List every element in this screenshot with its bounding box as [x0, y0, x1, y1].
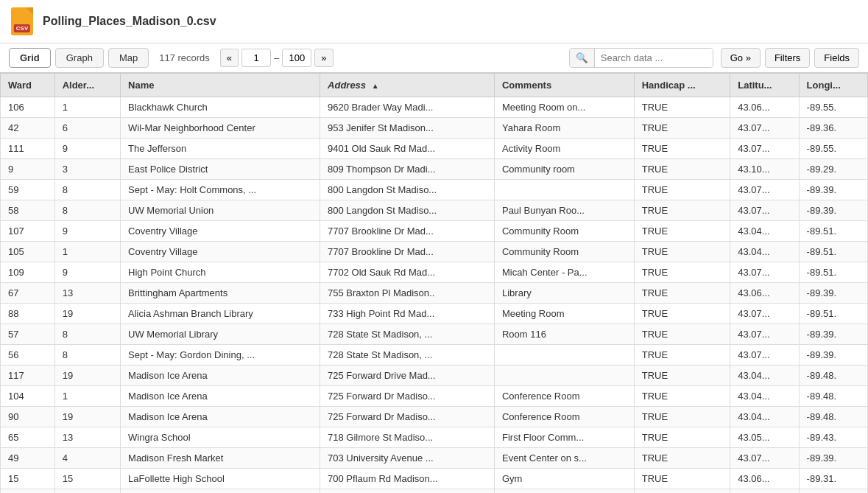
cell-address: 725 Forward Drive Mad... [320, 366, 495, 386]
cell-name: Madison Ice Arena [121, 386, 320, 407]
cell-name: LaFollette High School [121, 489, 320, 494]
cell-alder: 19 [54, 304, 120, 324]
table-row[interactable]: 578UW Memorial Library728 State St Madis… [1, 324, 868, 345]
cell-handicap: TRUE [634, 97, 730, 118]
table-row[interactable]: 1099High Point Church7702 Old Sauk Rd Ma… [1, 262, 868, 283]
fields-button[interactable]: Fields [814, 48, 859, 68]
cell-longitude: -89.55. [799, 139, 867, 159]
col-latitude[interactable]: Latitu... [730, 74, 799, 97]
page-size-input[interactable] [282, 49, 311, 67]
cell-comments: First Floor Comm... [494, 427, 634, 448]
cell-address: 800 Langdon St Madiso... [320, 200, 495, 221]
cell-name: LaFollette High School [121, 469, 320, 489]
cell-longitude: -89.39. [799, 345, 867, 366]
table-row[interactable]: 568Sept - May: Gordon Dining, ...728 Sta… [1, 345, 868, 366]
cell-comments: Community Room [494, 221, 634, 242]
cell-ward: 65 [1, 427, 55, 448]
record-count: 117 records [159, 52, 210, 63]
cell-handicap: TRUE [634, 262, 730, 283]
cell-handicap: TRUE [634, 283, 730, 304]
cell-alder: 19 [54, 407, 120, 427]
cell-latitude: 43.04... [730, 221, 799, 242]
data-table: Ward Alder... Name Address ▲ Comments Ha… [0, 73, 868, 493]
table-row[interactable]: 9019Madison Ice Arena725 Forward Dr Madi… [1, 407, 868, 427]
cell-name: East Police District [121, 159, 320, 180]
cell-handicap: TRUE [634, 366, 730, 386]
cell-latitude: 43.07... [730, 262, 799, 283]
next-page-button[interactable]: » [314, 49, 333, 67]
table-row[interactable]: 494Madison Fresh Market703 University Av… [1, 448, 868, 469]
col-comments[interactable]: Comments [494, 74, 634, 97]
cell-latitude: 43.07... [730, 200, 799, 221]
prev-page-button[interactable]: « [220, 49, 239, 67]
tab-graph[interactable]: Graph [55, 48, 104, 68]
cell-comments: Meeting Room on... [494, 97, 634, 118]
cell-address: 700 Pflaum Rd Madison... [320, 469, 495, 489]
table-row[interactable]: 426Wil-Mar Neighborhood Center953 Jenife… [1, 118, 868, 139]
filters-button[interactable]: Filters [765, 48, 810, 68]
go-button[interactable]: Go » [721, 48, 761, 68]
table-row[interactable]: 1415LaFollette High School700 Pflaum Rd … [1, 489, 868, 494]
cell-ward: 117 [1, 366, 55, 386]
table-row[interactable]: 598Sept - May: Holt Commons, ...800 Lang… [1, 180, 868, 200]
cell-ward: 88 [1, 304, 55, 324]
col-name[interactable]: Name [121, 74, 320, 97]
col-address[interactable]: Address ▲ [320, 74, 495, 97]
col-handicap[interactable]: Handicap ... [634, 74, 730, 97]
table-row[interactable]: 1119The Jefferson9401 Old Sauk Rd Mad...… [1, 139, 868, 159]
cell-longitude: -89.51. [799, 242, 867, 262]
cell-comments [494, 180, 634, 200]
cell-alder: 13 [54, 283, 120, 304]
tab-grid[interactable]: Grid [9, 48, 51, 68]
tab-map[interactable]: Map [108, 48, 149, 68]
table-row[interactable]: 93East Police District809 Thompson Dr Ma… [1, 159, 868, 180]
cell-address: 728 State St Madison, ... [320, 324, 495, 345]
col-longitude[interactable]: Longi... [799, 74, 867, 97]
cell-handicap: TRUE [634, 407, 730, 427]
cell-handicap: TRUE [634, 469, 730, 489]
cell-comments: Conference Room [494, 386, 634, 407]
table-row[interactable]: 1515LaFollette High School700 Pflaum Rd … [1, 469, 868, 489]
cell-ward: 107 [1, 221, 55, 242]
cell-longitude: -89.51. [799, 262, 867, 283]
cell-longitude: -89.48. [799, 407, 867, 427]
table-row[interactable]: 8819Alicia Ashman Branch Library733 High… [1, 304, 868, 324]
cell-alder: 1 [54, 97, 120, 118]
table-row[interactable]: 1051Coventry Village7707 Brookline Dr Ma… [1, 242, 868, 262]
cell-ward: 58 [1, 200, 55, 221]
table-row[interactable]: 6713Brittingham Apartments755 Braxton Pl… [1, 283, 868, 304]
table-row[interactable]: 1079Coventry Village7707 Brookline Dr Ma… [1, 221, 868, 242]
table-row[interactable]: 6513Wingra School718 Gilmore St Madiso..… [1, 427, 868, 448]
cell-longitude: -89.39. [799, 200, 867, 221]
cell-alder: 9 [54, 139, 120, 159]
cell-comments: Event Center on s... [494, 448, 634, 469]
table-row[interactable]: 11719Madison Ice Arena725 Forward Drive … [1, 366, 868, 386]
search-icon-button[interactable]: 🔍 [570, 49, 595, 67]
cell-longitude: -89.48. [799, 366, 867, 386]
cell-alder: 15 [54, 489, 120, 494]
col-alder[interactable]: Alder... [54, 74, 120, 97]
csv-file-icon: CSV [9, 6, 35, 37]
cell-alder: 4 [54, 448, 120, 469]
page-input[interactable] [241, 49, 271, 67]
cell-longitude: -89.51. [799, 304, 867, 324]
cell-longitude: -89.36. [799, 118, 867, 139]
table-row[interactable]: 588UW Memorial Union800 Langdon St Madis… [1, 200, 868, 221]
cell-comments: Activity Room [494, 139, 634, 159]
cell-longitude: -89.39. [799, 448, 867, 469]
cell-alder: 19 [54, 366, 120, 386]
cell-address: 953 Jenifer St Madison... [320, 118, 495, 139]
app-container: CSV Polling_Places_Madison_0.csv Grid Gr… [0, 0, 868, 493]
cell-latitude: 43.07... [730, 139, 799, 159]
search-input[interactable] [595, 49, 713, 67]
cell-handicap: TRUE [634, 242, 730, 262]
cell-latitude: 43.07... [730, 324, 799, 345]
cell-longitude: -89.48. [799, 386, 867, 407]
header: CSV Polling_Places_Madison_0.csv [0, 0, 868, 43]
cell-longitude: -89.29. [799, 159, 867, 180]
table-row[interactable]: 1061Blackhawk Church9620 Brader Way Madi… [1, 97, 868, 118]
table-row[interactable]: 1041Madison Ice Arena725 Forward Dr Madi… [1, 386, 868, 407]
col-ward[interactable]: Ward [1, 74, 55, 97]
cell-ward: 105 [1, 242, 55, 262]
cell-latitude: 43.04... [730, 242, 799, 262]
